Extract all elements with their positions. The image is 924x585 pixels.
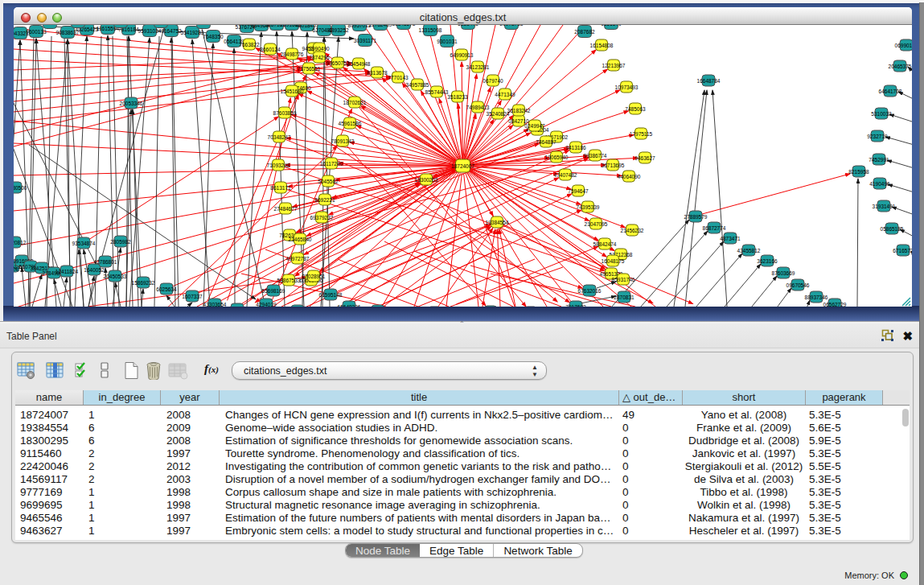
svg-text:15451680: 15451680 xyxy=(281,89,304,94)
svg-text:61595148: 61595148 xyxy=(319,292,343,298)
svg-text:0249947: 0249947 xyxy=(524,123,545,129)
svg-text:43455812: 43455812 xyxy=(737,248,761,253)
svg-text:1656670: 1656670 xyxy=(601,25,622,27)
svg-text:3623166: 3623166 xyxy=(757,258,778,264)
svg-text:4190496: 4190496 xyxy=(869,181,890,187)
svg-text:18724007: 18724007 xyxy=(451,163,474,169)
svg-text:74989413: 74989413 xyxy=(466,105,490,110)
svg-text:36713695: 36713695 xyxy=(602,163,625,168)
svg-text:7452991: 7452991 xyxy=(869,157,889,163)
svg-text:09670546: 09670546 xyxy=(786,282,810,288)
svg-text:4586850: 4586850 xyxy=(227,307,248,307)
svg-text:17975115: 17975115 xyxy=(630,131,653,137)
svg-text:71756551: 71756551 xyxy=(298,66,321,72)
svg-text:05865185: 05865185 xyxy=(881,226,904,232)
svg-text:6025634: 6025634 xyxy=(156,286,177,292)
svg-text:22782489: 22782489 xyxy=(369,25,392,27)
svg-text:9301031: 9301031 xyxy=(437,39,458,44)
svg-text:8660124: 8660124 xyxy=(260,47,281,52)
svg-text:47407482: 47407482 xyxy=(554,172,577,178)
svg-text:20053346: 20053346 xyxy=(120,101,143,106)
svg-text:3990490: 3990490 xyxy=(309,46,330,51)
svg-text:8313678: 8313678 xyxy=(367,70,388,76)
svg-text:27889579: 27889579 xyxy=(684,214,708,220)
svg-text:31931491: 31931491 xyxy=(873,204,896,209)
svg-text:7917693: 7917693 xyxy=(565,304,586,307)
svg-text:21465840: 21465840 xyxy=(289,237,312,242)
svg-text:5310033: 5310033 xyxy=(871,111,892,117)
svg-text:49972787: 49972787 xyxy=(286,256,310,262)
svg-text:42786801: 42786801 xyxy=(94,259,117,265)
svg-text:64641708: 64641708 xyxy=(879,89,902,94)
svg-text:16154808: 16154808 xyxy=(590,43,614,48)
svg-text:43534624: 43534624 xyxy=(14,266,18,272)
svg-text:80957015: 80957015 xyxy=(348,25,372,28)
svg-text:20450533: 20450533 xyxy=(104,274,127,279)
svg-text:55698169: 55698169 xyxy=(262,288,285,294)
svg-text:58867533: 58867533 xyxy=(277,278,301,283)
svg-text:16648784: 16648784 xyxy=(697,78,721,84)
svg-text:70348247: 70348247 xyxy=(268,134,291,140)
svg-text:9600133: 9600133 xyxy=(26,29,47,35)
svg-text:93534874: 93534874 xyxy=(72,241,96,246)
svg-text:86872774: 86872774 xyxy=(703,225,726,231)
svg-text:53419283: 53419283 xyxy=(181,30,204,35)
svg-text:5045562: 5045562 xyxy=(318,179,339,184)
svg-text:7594647: 7594647 xyxy=(568,188,589,194)
svg-text:45961586: 45961586 xyxy=(339,121,362,126)
svg-text:27484677: 27484677 xyxy=(274,206,298,212)
svg-text:58842474: 58842474 xyxy=(593,241,617,247)
svg-text:30980500: 30980500 xyxy=(14,185,27,191)
svg-text:85931746: 85931746 xyxy=(612,277,635,282)
svg-text:16117240: 16117240 xyxy=(320,161,343,167)
svg-text:12411824: 12411824 xyxy=(55,269,79,274)
svg-text:1640052: 1640052 xyxy=(84,267,105,273)
svg-text:85574443: 85574443 xyxy=(425,89,449,95)
svg-text:1607337: 1607337 xyxy=(182,294,203,299)
svg-text:2870831: 2870831 xyxy=(614,295,634,300)
svg-text:99650752: 99650752 xyxy=(326,60,350,66)
svg-text:16048175: 16048175 xyxy=(602,258,625,264)
svg-text:7770143: 7770143 xyxy=(388,75,409,80)
svg-text:4471349: 4471349 xyxy=(495,92,515,97)
svg-text:4893252: 4893252 xyxy=(328,27,349,33)
svg-text:30391171: 30391171 xyxy=(354,38,377,43)
svg-text:2087682: 2087682 xyxy=(574,29,595,35)
svg-text:78091343: 78091343 xyxy=(331,138,355,144)
svg-text:15869232: 15869232 xyxy=(132,280,155,286)
svg-text:10651333: 10651333 xyxy=(39,25,62,26)
svg-text:35240824: 35240824 xyxy=(487,111,510,117)
svg-text:99386774: 99386774 xyxy=(584,153,607,159)
svg-text:87603669: 87603669 xyxy=(772,270,795,276)
svg-text:9232719: 9232719 xyxy=(867,134,888,139)
svg-text:71093248: 71093248 xyxy=(267,163,290,168)
svg-text:7648350: 7648350 xyxy=(203,34,224,39)
svg-text:64990913: 64990913 xyxy=(450,52,474,58)
svg-text:67632016: 67632016 xyxy=(578,288,602,294)
svg-text:7485063: 7485063 xyxy=(625,106,646,112)
svg-text:29973763: 29973763 xyxy=(500,25,524,27)
svg-text:19065940: 19065940 xyxy=(545,154,569,160)
svg-text:88937346: 88937346 xyxy=(805,295,828,300)
svg-text:28498776: 28498776 xyxy=(281,51,304,57)
svg-text:35454948: 35454948 xyxy=(347,61,371,67)
svg-text:47468723: 47468723 xyxy=(192,25,216,26)
svg-text:18702621: 18702621 xyxy=(343,100,367,105)
svg-text:21047095: 21047095 xyxy=(585,221,608,227)
svg-text:4294019: 4294019 xyxy=(256,302,277,307)
svg-text:87603859: 87603859 xyxy=(273,110,297,116)
svg-text:74395339: 74395339 xyxy=(577,204,600,210)
svg-text:7464887: 7464887 xyxy=(536,139,556,145)
svg-text:6716572: 6716572 xyxy=(893,248,912,253)
svg-text:44064090: 44064090 xyxy=(618,174,641,179)
svg-text:69379237: 69379237 xyxy=(310,215,334,220)
svg-text:8692221: 8692221 xyxy=(314,197,335,203)
svg-text:43303654: 43303654 xyxy=(203,302,227,307)
svg-text:9413186: 9413186 xyxy=(565,145,586,150)
svg-text:19300203: 19300203 xyxy=(415,177,438,183)
svg-text:7874296: 7874296 xyxy=(309,55,330,60)
svg-text:2805982: 2805982 xyxy=(110,239,131,245)
svg-text:27028951: 27028951 xyxy=(302,274,326,279)
svg-text:8613171: 8613171 xyxy=(270,185,291,191)
svg-text:78820812: 78820812 xyxy=(14,240,27,245)
